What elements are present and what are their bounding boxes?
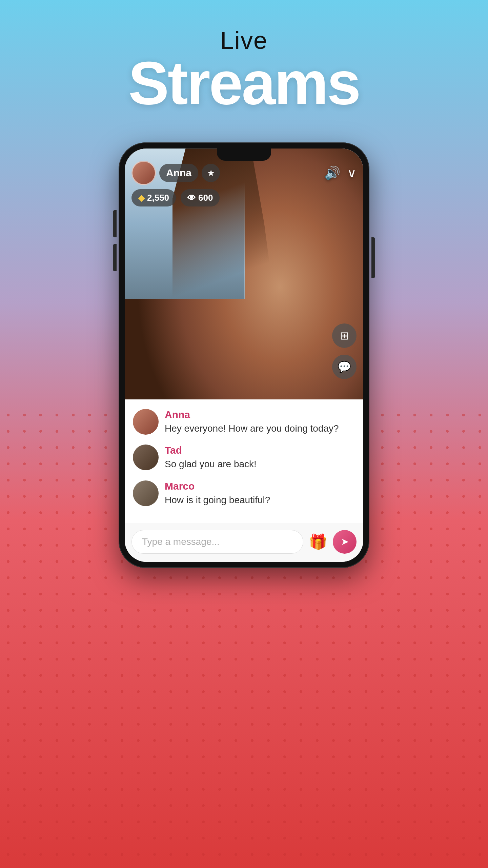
chat-message-3: Marco How is it going beautiful? xyxy=(133,480,355,507)
volume-icon[interactable]: 🔊 xyxy=(324,165,340,180)
video-add-icon: ⊞ xyxy=(340,329,349,342)
marco-message-content: Marco How is it going beautiful? xyxy=(165,480,270,507)
anna-avatar xyxy=(133,409,159,435)
anna-username: Anna xyxy=(165,409,339,420)
stream-stats: ◆ 2,550 👁 600 xyxy=(131,189,220,206)
tad-message-content: Tad So glad you are back! xyxy=(165,445,257,471)
send-icon: ➤ xyxy=(341,536,349,547)
streams-label: Streams xyxy=(128,54,360,112)
hero-section: Live Streams xyxy=(128,0,360,112)
tad-avatar xyxy=(133,445,159,470)
tad-username: Tad xyxy=(165,445,257,456)
eye-icon: 👁 xyxy=(187,193,196,203)
minimize-button[interactable]: ∨ xyxy=(347,165,357,180)
diamond-count-badge: ◆ 2,550 xyxy=(131,189,176,206)
add-video-button[interactable]: ⊞ xyxy=(332,323,357,348)
chat-message-2: Tad So glad you are back! xyxy=(133,445,355,471)
marco-message-text: How is it going beautiful? xyxy=(165,493,270,507)
diamond-count: 2,550 xyxy=(147,193,169,203)
star-icon: ★ xyxy=(207,168,215,178)
anna-message-content: Anna Hey everyone! How are you doing tod… xyxy=(165,409,339,435)
chat-message-1: Anna Hey everyone! How are you doing tod… xyxy=(133,409,355,435)
send-button[interactable]: ➤ xyxy=(333,530,357,554)
follow-star-button[interactable]: ★ xyxy=(202,164,220,182)
viewer-count: 600 xyxy=(198,193,213,203)
video-background xyxy=(125,149,363,399)
power-button xyxy=(371,237,375,278)
page-content: Live Streams Anna ★ xyxy=(0,0,488,568)
phone-mockup: Anna ★ 🔊 ∨ ◆ xyxy=(119,142,369,568)
video-controls: 🔊 ∨ xyxy=(324,165,357,180)
streamer-avatar xyxy=(131,161,156,185)
anna-message-text: Hey everyone! How are you doing today? xyxy=(165,422,339,435)
user-info: Anna ★ xyxy=(131,161,220,185)
message-placeholder: Type a message... xyxy=(142,536,220,547)
message-bar: Type a message... 🎁 ➤ xyxy=(125,523,363,562)
marco-username: Marco xyxy=(165,480,270,492)
chat-icon: 💬 xyxy=(338,360,351,373)
phone-screen: Anna ★ 🔊 ∨ ◆ xyxy=(125,149,363,562)
video-top-bar: Anna ★ 🔊 ∨ xyxy=(131,161,357,185)
volume-down-button xyxy=(113,244,117,271)
tad-message-text: So glad you are back! xyxy=(165,457,257,471)
video-action-buttons: ⊞ 💬 xyxy=(332,323,357,379)
chat-section: Anna Hey everyone! How are you doing tod… xyxy=(125,399,363,523)
chat-button[interactable]: 💬 xyxy=(332,355,357,379)
marco-avatar xyxy=(133,480,159,506)
streamer-name-badge[interactable]: Anna xyxy=(159,164,198,182)
video-stream: Anna ★ 🔊 ∨ ◆ xyxy=(125,149,363,399)
phone-notch xyxy=(217,149,271,161)
viewer-count-badge: 👁 600 xyxy=(181,189,220,206)
diamond-icon: ◆ xyxy=(138,193,144,203)
phone-frame: Anna ★ 🔊 ∨ ◆ xyxy=(119,142,369,568)
message-input[interactable]: Type a message... xyxy=(131,530,303,554)
volume-up-button xyxy=(113,210,117,237)
gift-button[interactable]: 🎁 xyxy=(309,533,327,551)
